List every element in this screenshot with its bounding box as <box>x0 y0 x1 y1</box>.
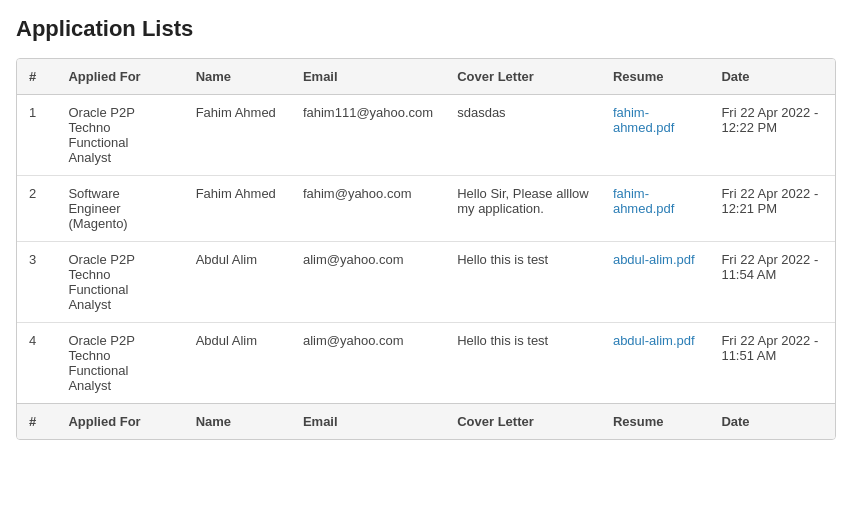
cell-name: Fahim Ahmed <box>184 95 291 176</box>
cell-applied-for: Oracle P2P Techno Functional Analyst <box>56 95 183 176</box>
table-row: 1 Oracle P2P Techno Functional Analyst F… <box>17 95 835 176</box>
cell-num: 2 <box>17 176 56 242</box>
cell-resume[interactable]: abdul-alim.pdf <box>601 242 710 323</box>
cell-cover-letter: Hello Sir, Please alllow my application. <box>445 176 601 242</box>
cell-email: fahim111@yahoo.com <box>291 95 445 176</box>
col-footer-applied-for: Applied For <box>56 404 183 440</box>
table-header-row: # Applied For Name Email Cover Letter Re… <box>17 59 835 95</box>
col-footer-cover-letter: Cover Letter <box>445 404 601 440</box>
resume-link[interactable]: fahim-ahmed.pdf <box>613 186 674 216</box>
col-footer-email: Email <box>291 404 445 440</box>
col-footer-name: Name <box>184 404 291 440</box>
resume-link[interactable]: fahim-ahmed.pdf <box>613 105 674 135</box>
cell-date: Fri 22 Apr 2022 - 11:54 AM <box>709 242 835 323</box>
col-header-date: Date <box>709 59 835 95</box>
resume-link[interactable]: abdul-alim.pdf <box>613 252 695 267</box>
cell-num: 4 <box>17 323 56 404</box>
col-header-num: # <box>17 59 56 95</box>
col-header-name: Name <box>184 59 291 95</box>
cell-applied-for: Oracle P2P Techno Functional Analyst <box>56 242 183 323</box>
cell-date: Fri 22 Apr 2022 - 11:51 AM <box>709 323 835 404</box>
cell-date: Fri 22 Apr 2022 - 12:21 PM <box>709 176 835 242</box>
resume-link[interactable]: abdul-alim.pdf <box>613 333 695 348</box>
table-row: 3 Oracle P2P Techno Functional Analyst A… <box>17 242 835 323</box>
page-title: Application Lists <box>16 16 836 42</box>
cell-email: fahim@yahoo.com <box>291 176 445 242</box>
col-header-resume: Resume <box>601 59 710 95</box>
cell-cover-letter: Hello this is test <box>445 242 601 323</box>
cell-resume[interactable]: fahim-ahmed.pdf <box>601 176 710 242</box>
table-row: 2 Software Engineer (Magento) Fahim Ahme… <box>17 176 835 242</box>
table-footer-row: # Applied For Name Email Cover Letter Re… <box>17 404 835 440</box>
cell-num: 1 <box>17 95 56 176</box>
cell-applied-for: Software Engineer (Magento) <box>56 176 183 242</box>
cell-date: Fri 22 Apr 2022 - 12:22 PM <box>709 95 835 176</box>
table-row: 4 Oracle P2P Techno Functional Analyst A… <box>17 323 835 404</box>
cell-name: Fahim Ahmed <box>184 176 291 242</box>
cell-cover-letter: sdasdas <box>445 95 601 176</box>
cell-num: 3 <box>17 242 56 323</box>
col-header-cover-letter: Cover Letter <box>445 59 601 95</box>
col-footer-date: Date <box>709 404 835 440</box>
cell-cover-letter: Hello this is test <box>445 323 601 404</box>
application-table: # Applied For Name Email Cover Letter Re… <box>17 59 835 439</box>
col-header-email: Email <box>291 59 445 95</box>
cell-email: alim@yahoo.com <box>291 323 445 404</box>
application-table-container: # Applied For Name Email Cover Letter Re… <box>16 58 836 440</box>
cell-name: Abdul Alim <box>184 242 291 323</box>
col-footer-resume: Resume <box>601 404 710 440</box>
cell-email: alim@yahoo.com <box>291 242 445 323</box>
cell-name: Abdul Alim <box>184 323 291 404</box>
cell-applied-for: Oracle P2P Techno Functional Analyst <box>56 323 183 404</box>
cell-resume[interactable]: abdul-alim.pdf <box>601 323 710 404</box>
cell-resume[interactable]: fahim-ahmed.pdf <box>601 95 710 176</box>
col-footer-num: # <box>17 404 56 440</box>
col-header-applied-for: Applied For <box>56 59 183 95</box>
